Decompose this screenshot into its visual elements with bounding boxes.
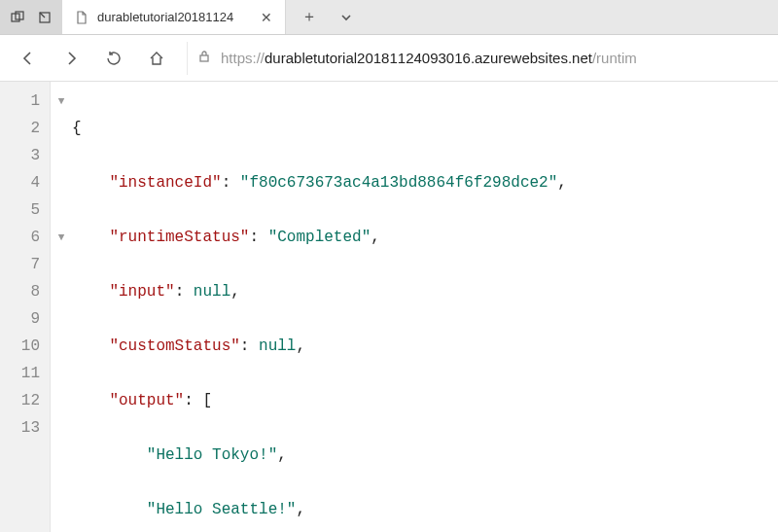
- titlebar: durabletutorial20181124 ✕ ＋: [0, 0, 778, 35]
- line-number: 1: [0, 88, 40, 115]
- svg-rect-3: [200, 55, 208, 61]
- json-viewer: 1 2 3 4 5 6 7 8 9 10 11 12 13 ▼ ▼ { "ins…: [0, 82, 778, 532]
- back-button[interactable]: [10, 40, 47, 77]
- url-scheme: https://: [221, 50, 265, 66]
- fold-toggle-icon[interactable]: ▼: [51, 224, 72, 251]
- line-number: 2: [0, 115, 40, 142]
- line-number: 13: [0, 414, 40, 442]
- set-aside-tabs-icon[interactable]: [4, 4, 31, 31]
- address-bar: https://durabletutorial20181124093016.az…: [0, 35, 778, 82]
- line-number: 12: [0, 387, 40, 414]
- window-controls: [0, 0, 62, 34]
- line-number-gutter: 1 2 3 4 5 6 7 8 9 10 11 12 13: [0, 82, 51, 532]
- line-number: 11: [0, 360, 40, 387]
- new-tab-button[interactable]: ＋: [296, 4, 323, 31]
- line-number: 3: [0, 142, 40, 169]
- show-tabs-icon[interactable]: [31, 4, 58, 31]
- file-icon: [74, 10, 89, 25]
- tab-title: durabletutorial20181124: [97, 10, 250, 24]
- tab-actions: ＋: [286, 0, 370, 34]
- refresh-button[interactable]: [95, 40, 132, 77]
- fold-toggle-icon[interactable]: ▼: [51, 88, 72, 115]
- line-number: 6: [0, 224, 40, 251]
- browser-tab[interactable]: durabletutorial20181124 ✕: [62, 0, 286, 34]
- line-number: 8: [0, 278, 40, 305]
- line-number: 9: [0, 305, 40, 333]
- line-number: 5: [0, 196, 40, 224]
- forward-button[interactable]: [53, 40, 89, 77]
- tabs-dropdown-icon[interactable]: [333, 4, 360, 31]
- close-icon[interactable]: ✕: [258, 9, 275, 26]
- line-number: 10: [0, 333, 40, 360]
- url-path: /runtim: [592, 50, 637, 66]
- url-host: durabletutorial20181124093016.azurewebsi…: [265, 50, 592, 66]
- line-number: 7: [0, 251, 40, 278]
- code-area[interactable]: { "instanceId": "f80c673673ac4a13bd8864f…: [72, 82, 778, 532]
- line-number: 4: [0, 169, 40, 196]
- home-button[interactable]: [138, 40, 175, 77]
- lock-icon: [197, 50, 211, 66]
- url-field[interactable]: https://durabletutorial20181124093016.az…: [187, 42, 768, 75]
- url-text: https://durabletutorial20181124093016.az…: [221, 50, 759, 66]
- fold-gutter: ▼ ▼: [51, 82, 72, 532]
